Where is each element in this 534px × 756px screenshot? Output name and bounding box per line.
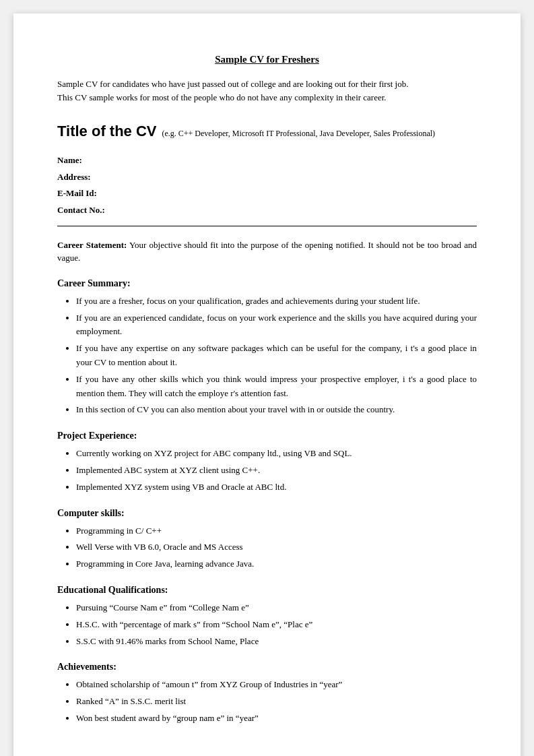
achievements-section: Achievements: Obtained scholarship of “a… — [57, 662, 477, 725]
career-summary-heading: Career Summary: — [57, 278, 477, 289]
list-item: H.S.C. with “percentage of mark s” from … — [76, 618, 477, 632]
achievements-heading: Achievements: — [57, 662, 477, 672]
page-title: Sample CV for Freshers — [57, 54, 477, 65]
list-item: If you have any other skills which you t… — [76, 373, 477, 401]
cv-title-section: Title of the CV(e.g. C++ Developer, Micr… — [57, 123, 477, 140]
email-row: E-Mail Id: — [57, 185, 477, 202]
career-summary-section: Career Summary: If you are a fresher, fo… — [57, 278, 477, 417]
list-item: If you are a fresher, focus on your qual… — [76, 294, 477, 309]
intro-text: Sample CV for candidates who have just p… — [57, 77, 477, 104]
list-item: Implemented ABC system at XYZ client usi… — [76, 464, 477, 478]
achievements-list: Obtained scholarship of “amoun t” from X… — [76, 678, 477, 725]
list-item: S.S.C with 91.46% marks from School Name… — [76, 635, 477, 649]
list-item: Won best student award by “group nam e” … — [76, 712, 477, 726]
contact-label: Contact No.: — [57, 205, 105, 215]
list-item: If you are an experienced candidate, foc… — [76, 311, 477, 340]
project-experience-list: Currently working on XYZ project for ABC… — [76, 447, 477, 494]
intro-line1: Sample CV for candidates who have just p… — [57, 77, 477, 91]
list-item: Pursuing “Course Nam e” from “College Na… — [76, 601, 477, 615]
list-item: If you have any expertise on any softwar… — [76, 342, 477, 370]
cv-page: Sample CV for Freshers Sample CV for can… — [13, 13, 521, 756]
email-label: E-Mail Id: — [57, 188, 97, 198]
computer-skills-heading: Computer skills: — [57, 508, 477, 519]
name-row: Name: — [57, 152, 477, 169]
personal-info: Name: Address: E-Mail Id: Contact No.: — [57, 152, 477, 219]
career-statement-section: Career Statement: Your objective should … — [57, 239, 477, 265]
list-item: Ranked “A” in S.S.C. merit list — [76, 695, 477, 709]
list-item: Programming in C/ C++ — [76, 524, 477, 538]
computer-skills-section: Computer skills: Programming in C/ C++ W… — [57, 508, 477, 571]
project-experience-heading: Project Experience: — [57, 431, 477, 441]
name-label: Name: — [57, 155, 82, 165]
address-row: Address: — [57, 169, 477, 186]
address-label: Address: — [57, 172, 91, 182]
intro-line2: This CV sample works for most of the peo… — [57, 91, 477, 104]
project-experience-section: Project Experience: Currently working on… — [57, 431, 477, 494]
list-item: Currently working on XYZ project for ABC… — [76, 447, 477, 461]
cv-title-examples: (e.g. C++ Developer, Microsoft IT Profes… — [162, 129, 436, 138]
list-item: In this section of CV you can also menti… — [76, 403, 477, 417]
list-item: Programming in Core Java, learning advan… — [76, 557, 477, 571]
list-item: Obtained scholarship of “amoun t” from X… — [76, 678, 477, 692]
career-statement-label: Career Statement: — [57, 240, 127, 250]
computer-skills-list: Programming in C/ C++ Well Verse with VB… — [76, 524, 477, 571]
educational-qualifications-list: Pursuing “Course Nam e” from “College Na… — [76, 601, 477, 648]
list-item: Well Verse with VB 6.0, Oracle and MS Ac… — [76, 540, 477, 555]
educational-qualifications-section: Educational Qualifications: Pursuing “Co… — [57, 585, 477, 648]
contact-row: Contact No.: — [57, 202, 477, 219]
career-summary-list: If you are a fresher, focus on your qual… — [76, 294, 477, 417]
list-item: Implemented XYZ system using VB and Orac… — [76, 480, 477, 495]
cv-title-bold: Title of the CV — [57, 123, 157, 139]
section-divider — [57, 226, 477, 226]
career-statement-text: Career Statement: Your objective should … — [57, 239, 477, 265]
educational-qualifications-heading: Educational Qualifications: — [57, 585, 477, 596]
